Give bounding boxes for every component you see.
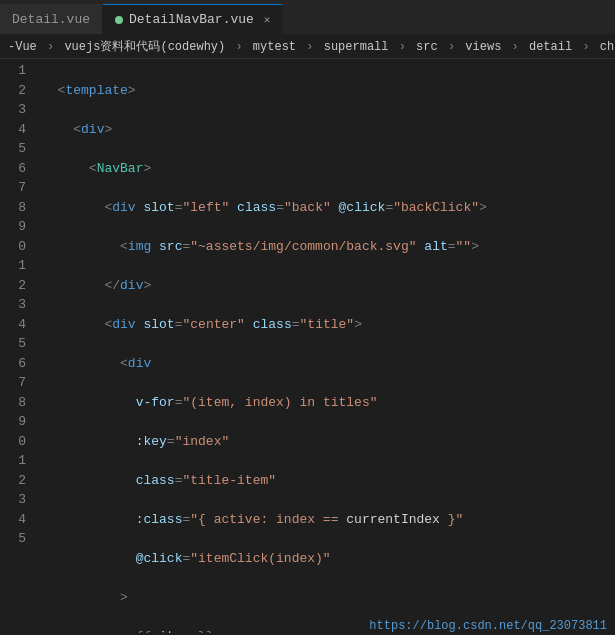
breadcrumb-part: mytest [253,40,296,54]
code-line-13: @click="itemClick(index)" [42,549,615,569]
code-area: 1 2 3 4 5 6 7 8 9 0 1 2 3 4 5 6 7 8 9 0 … [0,59,615,633]
tab-detail-navbar-vue-label: DetailNavBar.vue [129,12,254,27]
code-line-6: </div> [42,276,615,296]
code-line-8: <div [42,354,615,374]
code-line-2: <div> [42,120,615,140]
tab-detail-vue-label: Detail.vue [12,12,90,27]
watermark-url: https://blog.csdn.net/qq_23073811 [369,619,607,633]
tab-modified-dot [115,16,123,24]
breadcrumb-part: vuejs资料和代码(codewhy) [64,40,225,54]
code-line-11: class="title-item" [42,471,615,491]
watermark: https://blog.csdn.net/qq_23073811 [361,617,615,635]
breadcrumb-part: childCon... [600,40,615,54]
breadcrumb-part: supermall [324,40,389,54]
code-line-5: <img src="~assets/img/common/back.svg" a… [42,237,615,257]
code-line-14: > [42,588,615,608]
line-numbers: 1 2 3 4 5 6 7 8 9 0 1 2 3 4 5 6 7 8 9 0 … [0,59,38,633]
tab-detail-vue[interactable]: Detail.vue [0,4,103,34]
code-line-1: <template> [42,81,615,101]
code-content[interactable]: <template> <div> <NavBar> <div slot="lef… [38,59,615,633]
code-line-4: <div slot="left" class="back" @click="ba… [42,198,615,218]
tab-bar: Detail.vue DetailNavBar.vue ✕ [0,0,615,35]
code-line-3: <NavBar> [42,159,615,179]
code-line-12: :class="{ active: index == currentIndex … [42,510,615,530]
code-line-9: v-for="(item, index) in titles" [42,393,615,413]
breadcrumb-part: detail [529,40,572,54]
breadcrumb: -Vue › vuejs资料和代码(codewhy) › mytest › su… [0,35,615,59]
breadcrumb-part: -Vue [8,40,37,54]
code-line-10: :key="index" [42,432,615,452]
tab-close-icon[interactable]: ✕ [264,13,271,26]
code-line-7: <div slot="center" class="title"> [42,315,615,335]
breadcrumb-part: views [465,40,501,54]
breadcrumb-part: src [416,40,438,54]
tab-detail-navbar-vue[interactable]: DetailNavBar.vue ✕ [103,4,282,34]
